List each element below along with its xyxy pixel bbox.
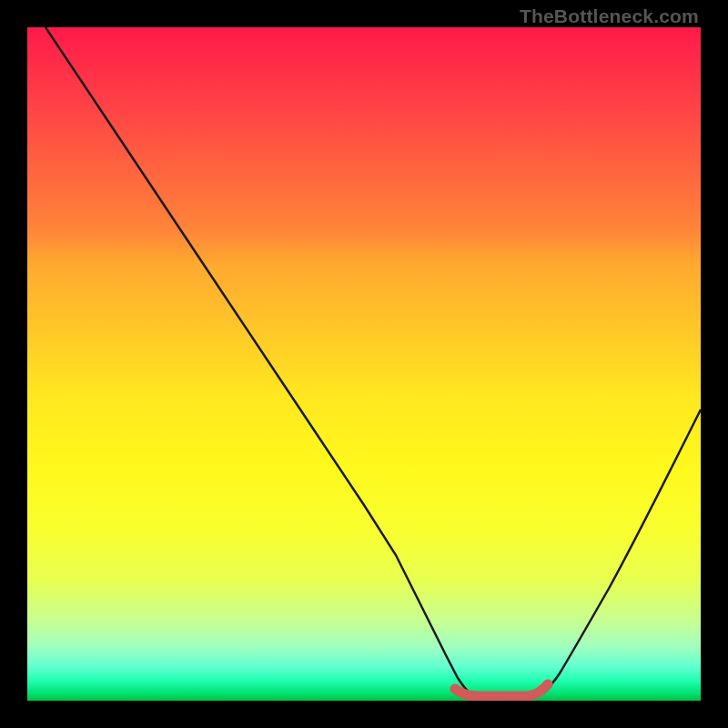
optimal-range-marker <box>455 684 548 696</box>
bottleneck-curve <box>46 27 701 696</box>
curve-svg <box>27 27 701 701</box>
plot-area <box>27 27 701 701</box>
watermark-text: TheBottleneck.com <box>520 5 699 27</box>
chart-container: TheBottleneck.com <box>0 0 728 728</box>
